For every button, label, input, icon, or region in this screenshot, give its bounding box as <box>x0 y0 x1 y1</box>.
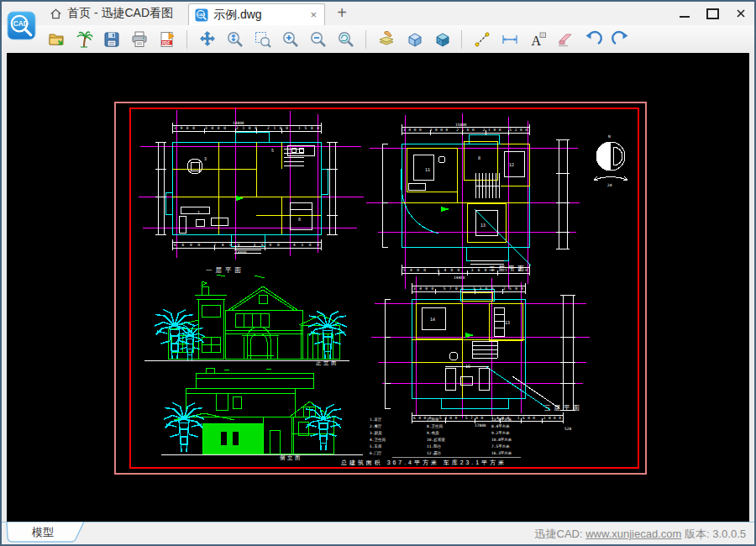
dimension-button[interactable] <box>499 29 520 50</box>
tab-close-button[interactable]: × <box>308 9 318 20</box>
cube-3d-icon <box>405 30 423 49</box>
home-icon <box>49 7 63 21</box>
zoom-in-button[interactable] <box>280 29 301 50</box>
svg-text:1.客厅: 1.客厅 <box>370 417 382 422</box>
toolbar-separator <box>365 30 366 49</box>
floor-plan-3: 3400 5700 5300 2500 6400 5400 5700 1400 … <box>371 275 590 431</box>
svg-text:9.书房: 9.书房 <box>427 431 439 435</box>
toolbar-separator <box>461 30 462 49</box>
layers-button[interactable] <box>375 29 396 50</box>
brand-label: 迅捷CAD: <box>535 528 583 540</box>
svg-text:6.门厅: 6.门厅 <box>370 450 382 455</box>
pan-button[interactable] <box>197 29 218 50</box>
tab-home-label: 首页 - 迅捷CAD看图 <box>67 6 173 21</box>
maximize-button[interactable] <box>706 8 719 19</box>
tab-document-label: 示例.dwg <box>213 8 262 23</box>
elevation-side: 侧立面 <box>161 368 363 461</box>
open-file-button[interactable] <box>45 29 66 50</box>
svg-text:14800: 14800 <box>235 250 247 255</box>
status-bar: 模型 迅捷CAD: www.xunjiecad.com 版本: 3.0.0.5 <box>2 522 754 544</box>
elev-front-label: 正立面 <box>316 360 339 366</box>
export-pdf-button[interactable]: PDF <box>156 29 177 50</box>
plan3-label: 三层平面 <box>544 404 583 412</box>
svg-text:5: 5 <box>271 148 274 153</box>
elev-side-label: 侧立面 <box>280 454 302 461</box>
model-tab-label: 模型 <box>31 526 54 538</box>
pdf-export-icon: PDF <box>158 30 176 49</box>
zoom-extents-button[interactable] <box>335 29 356 50</box>
svg-text:16: 16 <box>465 364 470 369</box>
text-annotation-button[interactable]: A <box>527 29 548 50</box>
cad-drawing[interactable]: 14800 3900 3000 2100 2100 1500 6600 2400… <box>7 53 749 522</box>
drawing-canvas[interactable]: 14800 3900 3000 2100 2100 1500 6600 2400… <box>7 53 749 522</box>
undo-icon <box>584 30 602 49</box>
tab-home[interactable]: 首页 - 迅捷CAD看图 <box>44 2 178 25</box>
cad-file-icon: CAD <box>195 8 208 22</box>
zoom-extents-icon <box>337 30 355 49</box>
view-3d-button[interactable] <box>403 29 424 50</box>
svg-text:CAD: CAD <box>13 20 29 28</box>
svg-text:3: 3 <box>204 156 207 161</box>
svg-text:8: 8 <box>298 217 301 222</box>
zoom-scale-button[interactable] <box>224 29 245 50</box>
elevation-front: 正立面 <box>144 281 349 366</box>
view-3d-colored-button[interactable] <box>431 29 452 50</box>
close-button[interactable] <box>736 8 746 18</box>
svg-text:8.卫生间: 8.卫生间 <box>427 423 443 429</box>
new-tab-button[interactable]: + <box>333 4 351 23</box>
svg-text:CAD: CAD <box>197 13 205 17</box>
layers-hand-icon <box>377 30 396 49</box>
save-button[interactable] <box>101 29 122 50</box>
minimize-button[interactable] <box>680 16 690 18</box>
floor-plan-1: 14800 3900 3000 2100 2100 1500 6600 2400… <box>139 108 364 278</box>
version-value: 3.0.0.5 <box>712 528 746 540</box>
zoom-out-icon <box>309 30 328 49</box>
title-bar: 首页 - 迅捷CAD看图 CAD 示例.dwg × + <box>2 2 754 25</box>
svg-text:2.餐厅: 2.餐厅 <box>370 423 382 428</box>
svg-text:3400 5700 5300 2500: 3400 5700 5300 2500 <box>413 286 523 291</box>
toolbar: PDF <box>2 25 754 53</box>
svg-text:12: 12 <box>509 162 514 167</box>
svg-text:3.厨房: 3.厨房 <box>370 431 382 435</box>
svg-text:N: N <box>608 134 611 139</box>
svg-text:10.8平方米: 10.8平方米 <box>491 438 512 442</box>
pan-arrows-icon <box>198 30 217 49</box>
undo-button[interactable] <box>582 29 603 50</box>
model-tab[interactable]: 模型 <box>5 522 97 544</box>
plan1-label: 一层平面 <box>206 266 244 274</box>
toolbar-separator <box>186 30 187 49</box>
eraser-icon <box>556 30 575 49</box>
plan2-label: 二层平面 <box>489 265 528 272</box>
svg-text:13: 13 <box>480 223 486 228</box>
svg-text:7.卧室: 7.卧室 <box>427 417 439 422</box>
save-floppy-icon <box>102 30 121 49</box>
print-button[interactable] <box>129 29 150 50</box>
zoom-out-button[interactable] <box>307 29 328 50</box>
cube-3d-colored-icon <box>433 30 451 49</box>
north-arrow: N 24 <box>594 134 627 187</box>
svg-text:12.露台: 12.露台 <box>427 451 441 456</box>
redo-button[interactable] <box>610 29 631 50</box>
svg-text:13: 13 <box>505 320 510 325</box>
eraser-button[interactable] <box>554 29 575 50</box>
svg-text:8.4平方米: 8.4平方米 <box>491 424 510 428</box>
svg-text:PDF: PDF <box>162 40 170 45</box>
app-window: 首页 - 迅捷CAD看图 CAD 示例.dwg × + <box>0 0 756 546</box>
website-link[interactable]: www.xunjiecad.com <box>585 528 681 540</box>
zoom-in-icon <box>281 30 300 49</box>
zoom-scale-icon <box>226 30 244 49</box>
measure-line-button[interactable] <box>471 29 492 50</box>
app-logo: CAD <box>7 11 36 40</box>
zoom-window-button[interactable] <box>252 29 273 50</box>
svg-text:3400 3000 2100 2100 5200: 3400 3000 2100 2100 5200 <box>403 128 528 132</box>
tab-document[interactable]: CAD 示例.dwg × <box>188 3 325 25</box>
cad-logo-icon: CAD <box>7 11 36 40</box>
area-note: 总建筑面积 367.4平方米 车库23.1平方米 <box>340 459 504 466</box>
svg-text:5.车库: 5.车库 <box>370 444 382 449</box>
palm-tree-button[interactable] <box>73 29 94 50</box>
svg-text:7.5平方米: 7.5平方米 <box>491 444 510 449</box>
redo-icon <box>612 30 630 49</box>
svg-text:17800: 17800 <box>475 423 486 428</box>
zoom-window-icon <box>254 30 272 49</box>
svg-text:528: 528 <box>564 427 571 431</box>
